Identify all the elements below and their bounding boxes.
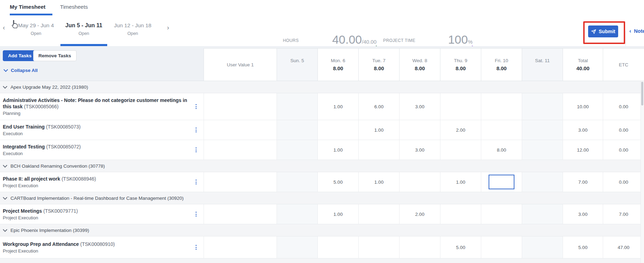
time-cell-thu[interactable] xyxy=(440,140,481,160)
time-cell-tue[interactable]: 1.00 xyxy=(358,120,399,140)
time-cell-sun[interactable] xyxy=(277,236,317,258)
time-cell-sun[interactable] xyxy=(277,93,317,120)
user-value-cell[interactable] xyxy=(204,204,277,224)
project-group-row[interactable]: BCH Oakland Renaming Convention (30778) xyxy=(0,160,644,172)
time-cell-fri xyxy=(481,172,522,192)
time-cell-sat[interactable] xyxy=(522,120,563,140)
chevron-down-icon xyxy=(3,84,7,89)
time-entry-input[interactable] xyxy=(489,175,514,189)
chevron-left-icon: ‹ xyxy=(629,28,631,34)
time-cell-mon[interactable]: 5.00 xyxy=(317,172,358,192)
time-cell-tue[interactable]: 6.00 xyxy=(358,93,399,120)
top-tab-bar: My Timesheet Timesheets xyxy=(0,0,644,16)
column-header-fri: Fri. 108.00 xyxy=(481,48,522,81)
time-cell-fri[interactable] xyxy=(481,204,522,224)
prev-week-icon[interactable]: ‹ xyxy=(3,24,5,31)
task-code: (TSK00079771) xyxy=(43,208,78,214)
time-cell-wed[interactable] xyxy=(399,172,440,192)
time-cell-mon[interactable] xyxy=(317,236,358,258)
time-cell-sat[interactable] xyxy=(522,204,563,224)
time-cell-wed[interactable] xyxy=(399,120,440,140)
hours-of: /40.00 xyxy=(362,39,376,45)
collapse-all-button[interactable]: Collapse All xyxy=(4,68,38,73)
row-menu-icon[interactable] xyxy=(193,210,199,219)
user-value-cell[interactable] xyxy=(204,93,277,120)
task-row: End User Training(TSK00085073) Execution… xyxy=(0,120,644,140)
week-status: Open xyxy=(60,31,107,36)
time-cell-mon[interactable]: 1.00 xyxy=(317,204,358,224)
tab-my-timesheet[interactable]: My Timesheet xyxy=(10,4,45,10)
row-total-cell: 5.00 xyxy=(563,236,603,258)
user-value-cell[interactable] xyxy=(204,140,277,160)
hours-value: 40.00 xyxy=(332,33,362,46)
time-cell-tue[interactable] xyxy=(358,140,399,160)
tab-timesheets[interactable]: Timesheets xyxy=(60,4,88,10)
column-header-sun: Sun. 5 xyxy=(277,48,317,81)
time-cell-fri[interactable]: 8.00 xyxy=(481,140,522,160)
time-cell-sun[interactable] xyxy=(277,172,317,192)
submit-button[interactable]: Submit xyxy=(588,25,618,37)
time-cell-wed[interactable] xyxy=(399,236,440,258)
project-group-row[interactable]: Epic Phoenix Implementation (30399) xyxy=(0,224,644,236)
send-icon xyxy=(591,29,596,34)
time-cell-sat[interactable] xyxy=(522,140,563,160)
time-cell-wed[interactable]: 3.00 xyxy=(399,140,440,160)
chevron-down-icon xyxy=(3,195,7,200)
scrollbar-thumb[interactable] xyxy=(641,82,643,105)
time-cell-thu[interactable]: 2.00 xyxy=(440,120,481,140)
time-cell-sun[interactable] xyxy=(277,140,317,160)
user-value-cell[interactable] xyxy=(204,172,277,192)
row-total-cell: 10.00 xyxy=(563,93,603,120)
time-cell-fri[interactable] xyxy=(481,236,522,258)
next-week-icon[interactable]: › xyxy=(167,24,169,31)
week-status: Open xyxy=(108,31,157,36)
row-menu-icon[interactable] xyxy=(193,145,199,155)
vertical-scrollbar[interactable] xyxy=(641,81,644,263)
time-cell-sat[interactable] xyxy=(522,93,563,120)
chevron-down-icon xyxy=(3,227,7,232)
time-cell-tue[interactable] xyxy=(358,236,399,258)
time-cell-mon[interactable] xyxy=(317,120,358,140)
user-value-cell[interactable] xyxy=(204,120,277,140)
time-cell-thu[interactable] xyxy=(440,93,481,120)
column-header-etc: ETC xyxy=(603,48,644,81)
task-row: Phase II: all project work(TSK00088946) … xyxy=(0,172,644,192)
week-tab-jun5[interactable]: Jun 5 - Jun 11 Open xyxy=(60,22,107,36)
notes-toggle[interactable]: ‹ Notes xyxy=(629,28,644,34)
project-group-row[interactable]: CARTBoard Implementation - Real-time Das… xyxy=(0,192,644,204)
project-time-unit: % xyxy=(468,39,473,45)
task-title: Project Meetings xyxy=(3,208,42,214)
time-cell-thu[interactable]: 5.00 xyxy=(440,236,481,258)
remove-tasks-button[interactable]: Remove Tasks xyxy=(33,50,76,61)
row-menu-icon[interactable] xyxy=(193,102,199,111)
time-cell-mon[interactable]: 1.00 xyxy=(317,93,358,120)
user-value-cell[interactable] xyxy=(204,236,277,258)
week-tab-may29[interactable]: May 29 - Jun 4 Open xyxy=(13,22,59,36)
task-title: Integrated Testing xyxy=(3,144,45,149)
time-cell-fri[interactable] xyxy=(481,93,522,120)
time-cell-sat[interactable] xyxy=(522,172,563,192)
column-header-mon: Mon. 68.00 xyxy=(317,48,358,81)
project-group-row[interactable]: Apex Upgrade May 22, 2022 (31980) xyxy=(0,81,644,93)
task-code: (TSK00085072) xyxy=(46,144,81,149)
add-tasks-button[interactable]: Add Tasks xyxy=(3,50,37,61)
time-cell-wed[interactable]: 2.00 xyxy=(399,204,440,224)
row-menu-icon[interactable] xyxy=(193,177,199,187)
time-cell-mon[interactable]: 1.00 xyxy=(317,140,358,160)
column-header-wed: Wed. 88.00 xyxy=(399,48,440,81)
week-tab-jun12[interactable]: Jun 12 - Jun 18 Open xyxy=(108,22,157,36)
row-menu-icon[interactable] xyxy=(193,125,199,135)
task-title: Phase II: all project work xyxy=(3,176,60,182)
time-cell-sun[interactable] xyxy=(277,120,317,140)
row-menu-icon[interactable] xyxy=(193,243,199,252)
time-cell-thu[interactable]: 1.00 xyxy=(440,172,481,192)
time-cell-fri[interactable] xyxy=(481,120,522,140)
time-cell-sun[interactable] xyxy=(277,204,317,224)
time-cell-thu[interactable] xyxy=(440,204,481,224)
time-cell-sat[interactable] xyxy=(522,236,563,258)
toolbar-panel: Add Tasks Remove Tasks Collapse All xyxy=(0,46,204,81)
sheet-header: Add Tasks Remove Tasks Collapse All User… xyxy=(0,46,644,81)
time-cell-tue[interactable]: 1.00 xyxy=(358,172,399,192)
time-cell-wed[interactable]: 3.00 xyxy=(399,93,440,120)
time-cell-tue[interactable] xyxy=(358,204,399,224)
